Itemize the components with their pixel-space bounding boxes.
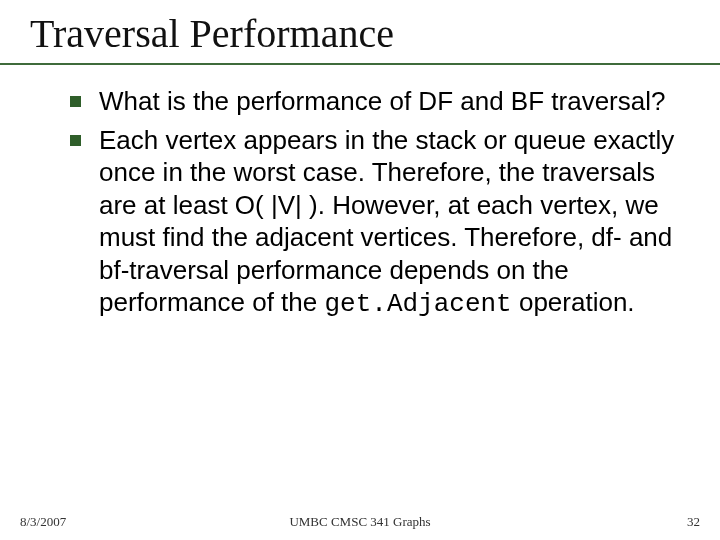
title-bar: Traversal Performance <box>0 0 720 65</box>
code-snippet: get.Adjacent <box>324 289 511 319</box>
footer-page: 32 <box>687 514 700 530</box>
bullet-text: Each vertex appears in the stack or queu… <box>99 124 690 321</box>
list-item: Each vertex appears in the stack or queu… <box>70 124 690 321</box>
slide-body: What is the performance of DF and BF tra… <box>0 65 720 321</box>
footer-center: UMBC CMSC 341 Graphs <box>289 514 430 530</box>
bullet-icon <box>70 135 81 146</box>
bullet-icon <box>70 96 81 107</box>
footer: 8/3/2007 UMBC CMSC 341 Graphs 32 <box>0 514 720 530</box>
slide-title: Traversal Performance <box>30 10 700 57</box>
footer-date: 8/3/2007 <box>20 514 66 530</box>
bullet-text-post: operation. <box>512 287 635 317</box>
bullet-text: What is the performance of DF and BF tra… <box>99 85 690 118</box>
list-item: What is the performance of DF and BF tra… <box>70 85 690 118</box>
slide: Traversal Performance What is the perfor… <box>0 0 720 540</box>
